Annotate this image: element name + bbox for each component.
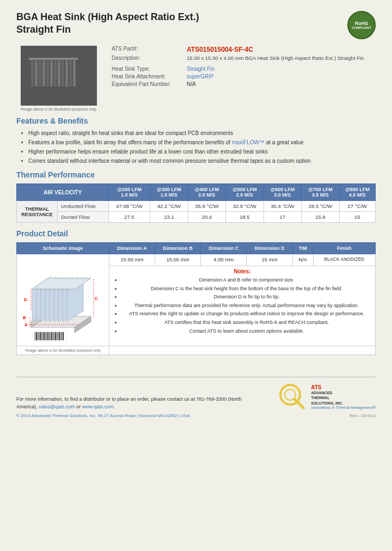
svg-rect-7: [54, 59, 57, 87]
notes-list: Dimension A and B refer to component siz…: [113, 277, 372, 334]
ats-name-text: ATS: [311, 384, 376, 390]
col-400lfm: @400 LFM2.0 M/S: [188, 184, 226, 201]
dim-d-header: Dimension D: [247, 243, 292, 254]
svg-rect-4: [42, 60, 45, 87]
ats-q-logo-svg: [278, 383, 307, 411]
note-2: Dimension C is the heat sink height from…: [121, 285, 372, 292]
col-600lfm: @600 LFM3.0 M/S: [264, 184, 302, 201]
svg-rect-45: [35, 332, 35, 340]
dim-b-value: 15.00 mm: [155, 254, 200, 266]
svg-rect-65: [60, 332, 61, 340]
part-label: ATS Part#:: [112, 46, 182, 53]
ducted-700: 15.9: [302, 212, 340, 223]
features-title: Features & Benefits: [16, 117, 376, 126]
footer-copyright: © 2013 Advanced Thermal Solutions, Inc. …: [16, 413, 245, 418]
unducted-800: 27 °C/W: [339, 201, 375, 212]
unducted-700: 28.5 °C/W: [302, 201, 340, 212]
note-4: Thermal performance data are provided fo…: [121, 302, 372, 309]
finish-header: Finish: [313, 243, 375, 254]
thermal-header-row: AIR VELOCITY @200 LFM1.0 M/S @300 LFM1.5…: [17, 184, 376, 201]
feature-item-3: Higher performance helps ensure reliable…: [28, 148, 376, 156]
col-800lfm: @800 LFM4.0 M/S: [339, 184, 375, 201]
equiv-label: Equivalent Part Number:: [112, 81, 182, 87]
product-info-section: *Image above is for illustration purpose…: [16, 46, 376, 111]
product-specs: ATS Part#: ATS015015004-SF-4C Descriptio…: [112, 46, 376, 111]
svg-rect-56: [49, 332, 50, 340]
rohs-badge: RoHS COMPLIANT: [347, 11, 376, 39]
ducted-200: 27.5: [109, 212, 150, 223]
schematic-cell: A B C D: [17, 254, 109, 346]
svg-rect-63: [58, 332, 58, 340]
ats-logo: ATS ADVANCEDTHERMALSOLUTIONS, INC. Innov…: [278, 383, 376, 411]
dim-a-value: 15.00 mm: [109, 254, 155, 266]
ats-tagline: Innovations in Thermal Management®: [311, 406, 376, 409]
svg-text:C: C: [95, 296, 98, 301]
feature-item-2: Features a low profile, slant fin array …: [28, 139, 376, 146]
desc-value: 15.00 x 15.00 x 4.00 mm BGA Heat Sink (H…: [187, 55, 364, 61]
unducted-flow-row: THERMALRESISTANCE Unducted Flow 47.08 °C…: [17, 201, 376, 212]
feature-item-4: Comes standard without interface materia…: [28, 157, 376, 165]
copyright-text: © 2013 Advanced Thermal Solutions, Inc.: [16, 413, 96, 418]
type-label: Heat Sink Type:: [112, 66, 182, 72]
svg-rect-66: [62, 332, 62, 340]
schematic-header: Schematic Image: [17, 243, 109, 254]
svg-rect-0: [29, 87, 78, 93]
svg-rect-60: [54, 332, 54, 340]
svg-rect-5: [46, 59, 49, 87]
dim-a-header: Dimension A: [109, 243, 155, 254]
svg-rect-47: [38, 332, 38, 340]
unducted-300: 42.2 °C/W: [150, 201, 188, 212]
type-row: Heat Sink Type: Straight Fin: [112, 66, 376, 72]
tim-header: TIM: [292, 243, 313, 254]
thermal-table: AIR VELOCITY @200 LFM1.0 M/S @300 LFM1.5…: [16, 183, 376, 223]
svg-rect-50: [41, 332, 42, 340]
ducted-400: 20.4: [188, 212, 226, 223]
part-number-row: ATS Part#: ATS015015004-SF-4C: [112, 46, 376, 53]
svg-text:D: D: [24, 297, 27, 302]
product-detail-title: Product Detail: [16, 229, 376, 239]
col-700lfm: @700 LFM3.5 M/S: [302, 184, 340, 201]
attach-row: Heat Sink Attachment: superGRIP: [112, 74, 376, 79]
svg-rect-49: [40, 332, 41, 340]
website-link[interactable]: www.qats.com: [82, 404, 114, 409]
unducted-200: 47.08 °C/W: [109, 201, 150, 212]
description-row: Description: 15.00 x 15.00 x 4.00 mm BGA…: [112, 55, 376, 61]
ducted-300: 23.1: [150, 212, 188, 223]
heat-sink-illustration: [23, 48, 94, 103]
thermal-title: Thermal Performance: [16, 170, 376, 180]
dim-c-header: Dimension C: [201, 243, 247, 254]
svg-rect-61: [55, 332, 56, 340]
svg-rect-9: [62, 59, 64, 87]
unducted-600: 30.4 °C/W: [264, 201, 302, 212]
dim-c-value: 4.00 mm: [201, 254, 247, 266]
ducted-600: 17: [264, 212, 302, 223]
attach-value[interactable]: superGRIP: [187, 74, 213, 79]
email-link[interactable]: sales@qats.com: [39, 404, 75, 409]
svg-text:B: B: [23, 315, 26, 320]
svg-rect-59: [53, 332, 53, 340]
ducted-flow-row: Ducted Flow 27.5 23.1 20.4 18.5 17 15.9 …: [17, 212, 376, 223]
page-container: BGA Heat Sink (High Aspect Ratio Ext.) S…: [0, 0, 392, 429]
equiv-value: N/A: [187, 81, 196, 87]
maxiflow-link[interactable]: maxiFLOW™: [232, 139, 265, 145]
svg-rect-53: [45, 332, 46, 340]
dimension-values-row: A B C D: [17, 254, 376, 266]
svg-rect-51: [42, 332, 43, 340]
attach-label: Heat Sink Attachment:: [112, 74, 182, 79]
note-1: Dimension A and B refer to component siz…: [121, 277, 372, 284]
col-200lfm: @200 LFM1.0 M/S: [109, 184, 150, 201]
unducted-500: 32.8 °C/W: [226, 201, 264, 212]
image-caption: *Image above is for illustration purpose…: [20, 107, 97, 111]
svg-rect-8: [58, 60, 60, 87]
ats-full-name: ADVANCEDTHERMALSOLUTIONS, INC.: [311, 390, 376, 405]
svg-rect-3: [39, 59, 41, 87]
address: 59-27 Access Road | Norwood MA 02062 | U…: [97, 413, 189, 418]
svg-rect-1: [31, 59, 34, 87]
type-value[interactable]: Straight Fin: [187, 66, 215, 72]
page-title: BGA Heat Sink (High Aspect Ratio Ext.) S…: [16, 11, 199, 36]
tim-value: N/A: [292, 254, 313, 266]
ducted-label: Ducted Flow: [58, 212, 109, 223]
unducted-label: Unducted Flow: [58, 201, 109, 212]
product-detail-table: Schematic Image Dimension A Dimension B …: [16, 242, 376, 355]
svg-rect-13: [29, 58, 78, 60]
